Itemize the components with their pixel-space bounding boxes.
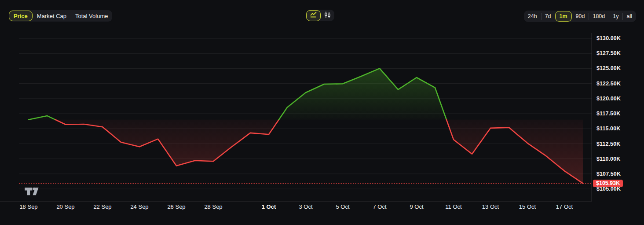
- x-axis-tick: 20 Sep: [50, 203, 81, 210]
- y-axis-tick: $130.00K: [596, 35, 627, 42]
- tradingview-logo[interactable]: [24, 186, 39, 198]
- current-price-badge: $105.93K: [593, 180, 623, 187]
- x-axis-tick: 1 Oct: [253, 203, 284, 210]
- y-axis-tick: $110.00K: [596, 155, 627, 162]
- y-axis-tick: $117.50K: [596, 110, 627, 117]
- x-axis-tick: 28 Sep: [198, 203, 229, 210]
- price-chart[interactable]: [0, 0, 644, 225]
- y-axis-tick: $112.50K: [596, 140, 627, 148]
- x-axis-tick: 22 Sep: [87, 203, 118, 210]
- x-axis-tick: 18 Sep: [13, 203, 44, 210]
- x-axis-tick: 26 Sep: [161, 203, 192, 210]
- y-axis-tick: $127.50K: [596, 50, 627, 57]
- x-axis-tick: 7 Oct: [364, 203, 395, 210]
- y-axis-tick: $122.50K: [596, 80, 627, 87]
- y-axis-tick: $120.00K: [596, 95, 627, 102]
- x-axis-tick: 15 Oct: [512, 203, 543, 210]
- x-axis-tick: 17 Oct: [549, 203, 580, 210]
- x-axis-tick: 13 Oct: [475, 203, 506, 210]
- x-axis-tick: 11 Oct: [438, 203, 469, 210]
- x-axis-tick: 5 Oct: [327, 203, 358, 210]
- y-axis-tick: $125.00K: [596, 65, 627, 72]
- x-axis-tick: 24 Sep: [124, 203, 155, 210]
- x-axis-tick: 9 Oct: [401, 203, 432, 210]
- y-axis-tick: $107.50K: [596, 170, 627, 177]
- x-axis-tick: 3 Oct: [290, 203, 321, 210]
- y-axis-tick: $115.00K: [596, 125, 627, 132]
